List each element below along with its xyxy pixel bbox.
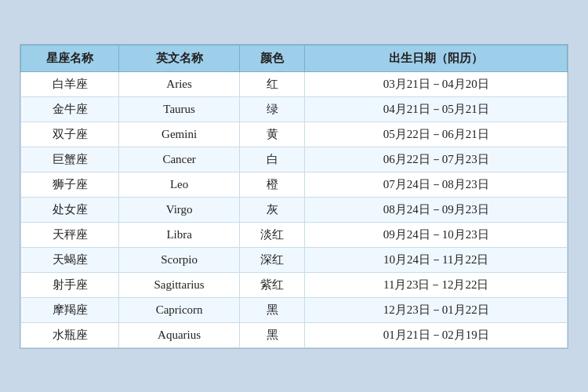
cell-en: Capricorn bbox=[119, 297, 239, 322]
cell-color: 紫红 bbox=[239, 272, 305, 297]
table-row: 白羊座Aries红03月21日－04月20日 bbox=[21, 71, 568, 96]
cell-color: 黑 bbox=[239, 297, 305, 322]
table-row: 天蝎座Scorpio深红10月24日－11月22日 bbox=[21, 247, 568, 272]
cell-color: 黑 bbox=[239, 322, 305, 347]
cell-color: 黄 bbox=[239, 122, 305, 147]
table-row: 双子座Gemini黄05月22日－06月21日 bbox=[21, 122, 568, 147]
cell-date: 04月21日－05月21日 bbox=[305, 96, 568, 122]
cell-date: 03月21日－04月20日 bbox=[305, 71, 568, 96]
cell-en: Scorpio bbox=[119, 247, 239, 272]
cell-date: 08月24日－09月23日 bbox=[305, 197, 568, 222]
cell-en: Sagittarius bbox=[119, 272, 239, 297]
cell-en: Cancer bbox=[119, 147, 239, 172]
table-row: 金牛座Taurus绿04月21日－05月21日 bbox=[21, 96, 568, 122]
cell-cn: 摩羯座 bbox=[21, 297, 119, 322]
cell-cn: 双子座 bbox=[21, 122, 119, 147]
zodiac-table: 星座名称 英文名称 颜色 出生日期（阳历） 白羊座Aries红03月21日－04… bbox=[20, 45, 568, 348]
table-row: 水瓶座Aquarius黑01月21日－02月19日 bbox=[21, 322, 568, 347]
table-row: 巨蟹座Cancer白06月22日－07月23日 bbox=[21, 147, 568, 172]
cell-date: 11月23日－12月22日 bbox=[305, 272, 568, 297]
cell-en: Libra bbox=[119, 222, 239, 247]
cell-color: 绿 bbox=[239, 96, 305, 122]
cell-en: Aries bbox=[119, 71, 239, 96]
cell-date: 01月21日－02月19日 bbox=[305, 322, 568, 347]
zodiac-table-wrapper: 星座名称 英文名称 颜色 出生日期（阳历） 白羊座Aries红03月21日－04… bbox=[20, 44, 568, 349]
cell-cn: 狮子座 bbox=[21, 172, 119, 197]
cell-en: Leo bbox=[119, 172, 239, 197]
cell-cn: 天蝎座 bbox=[21, 247, 119, 272]
table-row: 天秤座Libra淡红09月24日－10月23日 bbox=[21, 222, 568, 247]
cell-date: 07月24日－08月23日 bbox=[305, 172, 568, 197]
cell-en: Gemini bbox=[119, 122, 239, 147]
cell-cn: 巨蟹座 bbox=[21, 147, 119, 172]
cell-cn: 水瓶座 bbox=[21, 322, 119, 347]
cell-color: 淡红 bbox=[239, 222, 305, 247]
cell-date: 10月24日－11月22日 bbox=[305, 247, 568, 272]
table-header-row: 星座名称 英文名称 颜色 出生日期（阳历） bbox=[21, 45, 568, 71]
header-cn: 星座名称 bbox=[21, 45, 119, 71]
cell-en: Virgo bbox=[119, 197, 239, 222]
table-row: 处女座Virgo灰08月24日－09月23日 bbox=[21, 197, 568, 222]
cell-cn: 白羊座 bbox=[21, 71, 119, 96]
cell-color: 灰 bbox=[239, 197, 305, 222]
header-date: 出生日期（阳历） bbox=[305, 45, 568, 71]
cell-cn: 天秤座 bbox=[21, 222, 119, 247]
cell-en: Taurus bbox=[119, 96, 239, 122]
cell-color: 白 bbox=[239, 147, 305, 172]
cell-date: 09月24日－10月23日 bbox=[305, 222, 568, 247]
cell-cn: 处女座 bbox=[21, 197, 119, 222]
cell-date: 12月23日－01月22日 bbox=[305, 297, 568, 322]
header-color: 颜色 bbox=[239, 45, 305, 71]
cell-en: Aquarius bbox=[119, 322, 239, 347]
cell-color: 红 bbox=[239, 71, 305, 96]
cell-date: 05月22日－06月21日 bbox=[305, 122, 568, 147]
table-body: 白羊座Aries红03月21日－04月20日金牛座Taurus绿04月21日－0… bbox=[21, 71, 568, 347]
cell-date: 06月22日－07月23日 bbox=[305, 147, 568, 172]
header-en: 英文名称 bbox=[119, 45, 239, 71]
cell-color: 橙 bbox=[239, 172, 305, 197]
cell-cn: 金牛座 bbox=[21, 96, 119, 122]
cell-color: 深红 bbox=[239, 247, 305, 272]
table-row: 射手座Sagittarius紫红11月23日－12月22日 bbox=[21, 272, 568, 297]
cell-cn: 射手座 bbox=[21, 272, 119, 297]
table-row: 狮子座Leo橙07月24日－08月23日 bbox=[21, 172, 568, 197]
table-row: 摩羯座Capricorn黑12月23日－01月22日 bbox=[21, 297, 568, 322]
